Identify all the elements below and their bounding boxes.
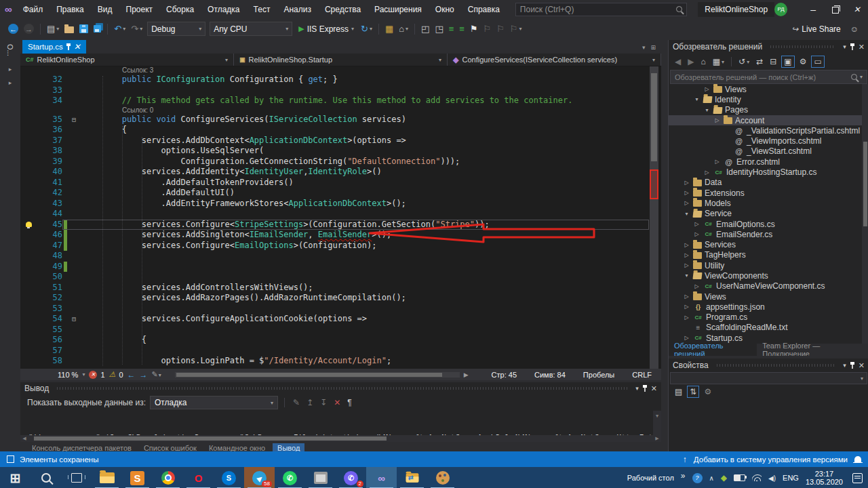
taskbar-sublime-text[interactable]: S — [122, 467, 153, 488]
nav-forward-icon[interactable]: → — [21, 22, 37, 35]
collapsed-panel-arrow-1[interactable]: ▸ — [9, 66, 12, 73]
code-line-49[interactable]: 49 — [20, 262, 661, 272]
menu-Расширения[interactable]: Расширения — [368, 3, 428, 16]
lightbulb-icon[interactable] — [26, 222, 32, 227]
tree-item-Extensions[interactable]: ▷Extensions — [669, 188, 868, 198]
menu-Анализ[interactable]: Анализ — [277, 3, 317, 16]
breadcrumb-class[interactable]: ▣ReliktOnlineShop.Startup▾ — [234, 54, 448, 66]
tree-item-Models[interactable]: ▷Models — [669, 198, 868, 208]
panel-close-icon[interactable]: ✕ — [859, 361, 865, 370]
chevron-collapsed-icon[interactable]: ▷ — [693, 221, 701, 227]
add-to-source-control-button[interactable]: Добавить в систему управления версиями — [694, 455, 848, 464]
categorized-icon[interactable]: ▤ — [673, 386, 684, 397]
chevron-collapsed-icon[interactable]: ▷ — [703, 86, 711, 92]
code-line-40[interactable]: 40 services.AddIdentity<IdentityUser,Ide… — [20, 167, 661, 178]
menu-Отладка[interactable]: Отладка — [201, 3, 245, 16]
tree-item-Utility[interactable]: ▷Utility — [669, 260, 868, 270]
chevron-expanded-icon[interactable]: ▾ — [683, 211, 690, 217]
menu-Тест[interactable]: Тест — [248, 3, 277, 16]
code-line-39[interactable]: 39 Configuration.GetConnectionString("De… — [20, 157, 661, 167]
tree-item-_ValidationScriptsPartial.cshtml[interactable]: @_ValidationScriptsPartial.cshtml — [669, 125, 868, 136]
code-line-45[interactable]: 45 services.Configure<StripeSettings>(Co… — [20, 220, 661, 230]
tab-list-dropdown-icon[interactable]: ▾ — [642, 44, 646, 51]
antivirus-tray-icon[interactable]: ◆ — [721, 473, 727, 483]
menu-Проект[interactable]: Проект — [120, 3, 159, 16]
attach-to-process-icon[interactable]: ▦ — [382, 23, 396, 35]
tree-item-Services[interactable]: ▷Services — [669, 239, 868, 249]
code-line-58[interactable]: 58 options.LoginPath = $"/Identity/Accou… — [20, 356, 661, 367]
code-line-37[interactable]: 37 services.AddDbContext<ApplicationDbCo… — [20, 136, 661, 146]
preview-selected-icon[interactable]: ▭ — [811, 56, 824, 68]
chevron-collapsed-icon[interactable]: ▷ — [713, 159, 721, 165]
nav-forward-icon[interactable]: ▶ — [686, 56, 696, 67]
taskbar-visual-studio[interactable]: ∞ — [366, 467, 397, 488]
code-line-42[interactable]: 42 .AddDefaultUI() — [20, 188, 661, 199]
chevron-collapsed-icon[interactable]: ▷ — [683, 262, 690, 268]
alphabetical-icon[interactable]: ⇅ — [687, 386, 699, 398]
menu-Справка[interactable]: Справка — [462, 3, 506, 16]
code-line-48[interactable]: 48 — [20, 251, 661, 262]
taskbar-chrome[interactable] — [153, 467, 183, 488]
menu-Сборка[interactable]: Сборка — [160, 3, 200, 16]
clear-bookmarks-icon[interactable]: ⚐▾ — [507, 23, 525, 35]
decrease-indent-icon[interactable]: ≡ — [446, 23, 457, 35]
output-source-combo[interactable]: Отладка▾ — [150, 396, 278, 409]
tree-item-Startup.cs[interactable]: ▷C#Startup.cs — [669, 333, 868, 343]
chevron-expanded-icon[interactable]: ▾ — [683, 272, 690, 279]
action-center-icon[interactable] — [852, 473, 863, 483]
panel-dropdown-icon[interactable]: ▾ — [843, 362, 846, 369]
nav-back-icon[interactable]: ← — [5, 22, 21, 35]
tree-item-Identity[interactable]: ▾Identity — [669, 94, 868, 104]
property-pages-icon[interactable]: ⚙ — [702, 386, 713, 397]
code-line-57[interactable]: 57 — [20, 346, 661, 357]
scroll-right-arrow[interactable]: ▶ — [464, 371, 469, 378]
get-help-tray-icon[interactable]: ? — [692, 473, 703, 483]
tree-item-EmailOptions.cs[interactable]: ▷C#EmailOptions.cs — [669, 219, 868, 229]
taskbar-search[interactable] — [31, 467, 61, 488]
restore-button[interactable] — [824, 0, 846, 18]
toggle-bookmark-icon[interactable]: ⚑ — [467, 23, 481, 35]
properties-icon[interactable]: ⚙ — [797, 56, 809, 67]
code-line-47[interactable]: 47 services.Configure<EmailOptions>(Conf… — [20, 241, 661, 251]
window-layout-icon[interactable]: ⊞ — [650, 44, 656, 51]
code-line-54[interactable]: 54⊟ services.ConfigureApplicationCookie(… — [20, 314, 661, 325]
taskbar-viber[interactable]: ✆2 — [336, 467, 366, 488]
panel-pin-icon[interactable] — [852, 365, 853, 369]
output-log[interactable]: "iisexpress.exe" (CoreCLR: clrhost). Заг… — [20, 411, 661, 435]
close-button[interactable] — [846, 0, 868, 18]
tree-item-EmailSender.cs[interactable]: ▷C#EmailSender.cs — [669, 229, 868, 239]
chevron-expanded-icon[interactable]: ▾ — [703, 107, 711, 113]
codelens-references[interactable]: Ссылок: 0 — [20, 106, 661, 115]
chevron-collapsed-icon[interactable]: ▷ — [693, 283, 701, 289]
scroll-left-arrow[interactable]: ◀ — [20, 436, 28, 441]
home-icon[interactable]: ⌂ — [698, 56, 707, 67]
code-line-51[interactable]: 51 services.AddControllersWithViews(); — [20, 283, 661, 293]
indent-mode[interactable]: Пробелы — [583, 371, 614, 379]
menu-Правка[interactable]: Правка — [50, 3, 90, 16]
chevron-collapsed-icon[interactable]: ▷ — [693, 231, 701, 237]
open-file-icon[interactable] — [62, 24, 77, 35]
code-line-56[interactable]: 56 { — [20, 335, 661, 346]
scrollbar-thumb[interactable] — [176, 373, 442, 377]
error-count[interactable]: ✕ 1 — [89, 371, 104, 379]
tray-expand-icon[interactable]: ∧ — [709, 474, 714, 482]
desktop-label[interactable]: Рабочий стол — [627, 474, 674, 482]
tree-vertical-scrollbar[interactable] — [862, 84, 868, 344]
taskbar-whatsapp[interactable]: ✆ — [275, 467, 305, 488]
taskbar-chevron[interactable]: » — [681, 471, 686, 481]
minimize-button[interactable] — [802, 0, 824, 18]
save-icon[interactable] — [77, 23, 91, 35]
taskbar-skype[interactable]: S — [214, 467, 244, 488]
editor-vertical-scrollbar[interactable] — [650, 66, 658, 369]
pending-changes-filter-icon[interactable]: ↺▾ — [736, 56, 751, 67]
codelens-references[interactable]: Ссылок: 3 — [20, 66, 661, 75]
taskbar-task-view[interactable] — [61, 467, 92, 488]
add-existing-item-icon[interactable]: ◳ — [432, 23, 446, 35]
browser-link-icon[interactable]: ⌂▾ — [396, 23, 411, 35]
menu-Средства[interactable]: Средства — [319, 3, 367, 16]
feedback-icon[interactable]: ☺ — [850, 24, 859, 34]
user-avatar[interactable]: РД — [774, 3, 787, 16]
code-line-41[interactable]: 41 .AddDefaultTokenProviders() — [20, 178, 661, 188]
prev-bookmark-icon[interactable]: ⚐ — [481, 23, 494, 35]
close-tab-icon[interactable] — [74, 42, 81, 52]
